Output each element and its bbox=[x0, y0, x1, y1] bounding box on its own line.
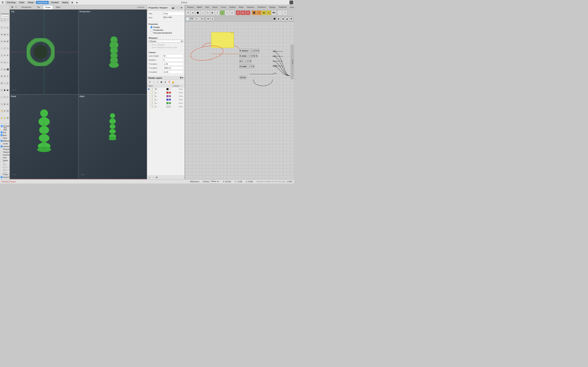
gh-radius-right-port[interactable] bbox=[256, 55, 257, 57]
snap-smarttrack-check[interactable] bbox=[1, 176, 2, 178]
snap-near-check[interactable] bbox=[1, 134, 2, 136]
gh-tab-mesh[interactable]: Mesh bbox=[237, 6, 245, 8]
gh-icon-sphere[interactable]: ⬤ bbox=[196, 10, 200, 15]
tool-cylinder[interactable]: ⬛ bbox=[6, 68, 9, 71]
gh-tab-maths[interactable]: Maths bbox=[196, 6, 204, 8]
gh-height-node[interactable]: height ⊙ 0 bbox=[239, 65, 254, 68]
settings-gear-icon[interactable]: ⚙ bbox=[180, 6, 183, 9]
gh-radius-node[interactable]: radius ⊙ 0.000 bbox=[239, 54, 258, 58]
gh-radius-left-port[interactable] bbox=[240, 55, 241, 57]
gh-distance-node[interactable]: distance ⊙ 2.478 bbox=[239, 49, 259, 53]
viewport-top[interactable]: Top y x bbox=[10, 10, 78, 94]
gh-icon-toggle[interactable]: ◐ bbox=[210, 10, 215, 15]
show-wallpaper-check[interactable] bbox=[148, 43, 151, 46]
tool-array[interactable]: ⊞ bbox=[6, 40, 9, 43]
tool-text[interactable]: T bbox=[3, 96, 6, 99]
gh-icon-arrow[interactable]: → bbox=[277, 10, 282, 15]
tool-lasso[interactable]: ⌒ bbox=[6, 19, 9, 22]
snap-end-check[interactable] bbox=[1, 132, 2, 133]
ortho-button[interactable]: Ortho bbox=[18, 1, 26, 4]
snap-oneshot-radio[interactable] bbox=[1, 128, 3, 130]
gh-height-left-port[interactable] bbox=[240, 66, 241, 67]
gh-icon-number[interactable]: 1 bbox=[215, 10, 220, 15]
record-icon[interactable]: ● bbox=[75, 0, 79, 4]
gh-icon-input[interactable]: ⌨ bbox=[271, 10, 276, 15]
tool-freehand[interactable]: ✏ bbox=[3, 54, 6, 57]
gh-tab-pufferfish[interactable]: Pufferfish bbox=[277, 6, 288, 8]
proj-perspective-radio[interactable] bbox=[150, 29, 153, 31]
proj-twopoint-radio[interactable] bbox=[150, 32, 153, 34]
tool-settings[interactable]: ⚙ bbox=[6, 117, 9, 119]
tool-zoom3[interactable]: ⊖ bbox=[6, 103, 9, 106]
gh-n-left-port[interactable] bbox=[240, 60, 241, 62]
target-icon[interactable]: ⊕ bbox=[70, 0, 74, 4]
layers-icon-1[interactable]: ☰ bbox=[148, 81, 151, 84]
gh-zoom-level[interactable]: 95% bbox=[194, 17, 200, 20]
history-button[interactable]: History bbox=[61, 1, 70, 4]
tool-mirror[interactable]: ⇔ bbox=[6, 33, 9, 36]
tool-select2[interactable]: ⊹ bbox=[3, 19, 6, 22]
proj-parallel-radio[interactable] bbox=[150, 26, 153, 28]
layers-icon-3[interactable]: ⬡ bbox=[156, 81, 159, 84]
gh-icon-circle[interactable]: ◎ bbox=[190, 10, 195, 15]
gh-record-icon[interactable]: ● bbox=[210, 17, 214, 21]
gh-n-node[interactable]: n ◇ 17 bbox=[239, 59, 252, 63]
gh-nav-icon4[interactable]: ◒ bbox=[285, 17, 289, 21]
viewport-grid-icon[interactable]: ⊞ bbox=[10, 5, 14, 9]
snap-knot-check[interactable] bbox=[1, 157, 2, 158]
gh-crv-node[interactable]: Crv bbox=[239, 76, 247, 79]
display-icon[interactable]: □ bbox=[175, 6, 179, 9]
gh-icon-yellow1[interactable]: ◆ bbox=[262, 10, 266, 15]
snap-onsurface-check[interactable] bbox=[1, 165, 2, 167]
gh-icon-mesh2[interactable]: ⬡ bbox=[205, 10, 210, 15]
layouts-button[interactable]: Layouts... bbox=[136, 5, 147, 9]
gh-nav-icon3[interactable]: ◑ bbox=[281, 17, 285, 21]
gh-tab-vector[interactable]: Vector bbox=[211, 6, 219, 8]
gh-tab-display[interactable]: Display bbox=[268, 6, 277, 8]
tool-box[interactable]: □ bbox=[0, 68, 3, 71]
x-location-input[interactable] bbox=[163, 62, 183, 66]
layer-row[interactable]: D... Conti... bbox=[147, 87, 185, 91]
gh-tab-curve[interactable]: Curve bbox=[219, 6, 227, 8]
tool-render[interactable]: 💡 bbox=[3, 117, 6, 119]
layers-icon-6[interactable]: ❓ bbox=[167, 81, 171, 84]
tab-perspective[interactable]: Perspective bbox=[19, 5, 34, 9]
gh-icon-box[interactable]: □ bbox=[200, 10, 205, 15]
y-location-input[interactable] bbox=[163, 67, 183, 70]
tool-circle[interactable]: ○ bbox=[3, 26, 6, 29]
tool-trim[interactable]: ✂ bbox=[0, 61, 3, 64]
tool-fillet[interactable]: ⌢ bbox=[3, 82, 6, 84]
gh-icon-yellow2[interactable]: ◇ bbox=[267, 10, 271, 15]
cplane-select[interactable]: CPlane bbox=[210, 180, 219, 183]
gh-crv-left-port[interactable] bbox=[240, 77, 242, 78]
tool-revolve[interactable]: ↺ bbox=[3, 75, 6, 78]
gh-icon-red1[interactable]: ● bbox=[236, 10, 241, 15]
tool-arc[interactable]: ◠ bbox=[0, 26, 3, 29]
gh-distance-right-port[interactable] bbox=[258, 50, 259, 51]
layers-icon-2[interactable]: □ bbox=[152, 81, 155, 84]
layers-icon-4[interactable]: ⬟ bbox=[160, 81, 163, 84]
tool-sweep[interactable]: ⊂ bbox=[6, 75, 9, 78]
gh-distance-left-port[interactable] bbox=[240, 50, 241, 51]
snap-onmesh-check[interactable] bbox=[1, 171, 2, 173]
layers-icon-7[interactable]: 🔔 bbox=[171, 81, 174, 84]
snap-vertex-check[interactable] bbox=[1, 159, 2, 161]
gh-n-right-port[interactable] bbox=[250, 60, 251, 62]
gh-tab-transform[interactable]: Transform bbox=[256, 6, 268, 8]
viewport-single-icon[interactable]: □ bbox=[14, 5, 18, 9]
tab-top[interactable]: Top bbox=[35, 5, 42, 9]
snap-oncurve-check[interactable] bbox=[1, 162, 2, 164]
gh-eye-icon[interactable]: 👁 bbox=[206, 17, 210, 21]
sidebar-toggle-icon[interactable]: ☰ bbox=[1, 0, 5, 4]
tool-extend[interactable]: ↔ bbox=[6, 61, 9, 64]
tool-mesh[interactable]: ⬡ bbox=[0, 89, 3, 92]
gh-icon-plus[interactable]: + bbox=[220, 10, 225, 15]
layer-row[interactable]: L... Conti... bbox=[147, 91, 185, 94]
tab-front[interactable]: Front bbox=[43, 5, 52, 9]
tool-curve[interactable]: ∫ bbox=[0, 54, 3, 57]
gh-icon-x[interactable]: ✕ bbox=[186, 10, 190, 15]
gh-zoom-fit[interactable]: ⊡ bbox=[200, 17, 204, 21]
gh-file-icon[interactable]: 📄 bbox=[186, 17, 190, 21]
gh-icon-orange2[interactable]: T bbox=[257, 10, 261, 15]
tool-zoom2[interactable]: ⊕ bbox=[3, 103, 6, 106]
